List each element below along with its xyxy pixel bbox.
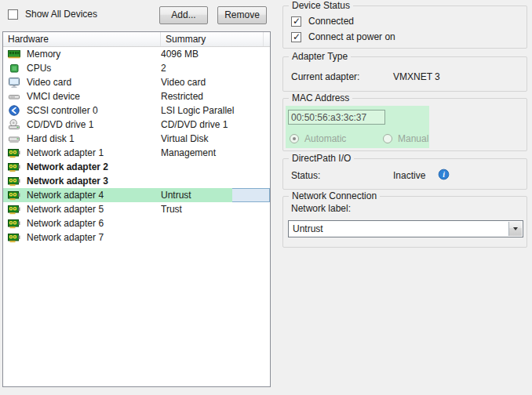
hardware-summary: Trust — [161, 204, 270, 215]
dropdown-button[interactable] — [508, 222, 522, 236]
show-all-devices-checkbox[interactable] — [8, 9, 18, 20]
mac-manual-option: Manual — [383, 133, 428, 144]
add-button[interactable]: Add... — [159, 6, 208, 24]
hardware-summary: LSI Logic Parallel — [161, 105, 270, 116]
remove-button[interactable]: Remove — [217, 6, 267, 24]
hardware-rows: Memory4096 MBCPUs2Video cardVideo cardVM… — [3, 47, 270, 245]
table-row[interactable]: VMCI deviceRestricted — [3, 89, 270, 103]
device-status-group: Device Status Connected Connect at power… — [282, 5, 527, 49]
hardware-list-header: Hardware Summary — [3, 32, 270, 47]
hardware-name: Video card — [27, 77, 161, 88]
hardware-name: Network adapter 6 — [27, 218, 161, 229]
hardware-summary: 4096 MB — [161, 49, 270, 60]
table-row[interactable]: Network adapter 2 — [3, 160, 270, 174]
cd-dvd-drive-icon — [8, 118, 20, 131]
hardware-name: Network adapter 5 — [27, 204, 161, 215]
hardware-name: Network adapter 4 — [27, 190, 161, 201]
mac-manual-label: Manual — [398, 133, 428, 144]
network-label-caption: Network label: — [291, 203, 351, 214]
directpath-io-title: DirectPath I/O — [289, 153, 354, 164]
connect-at-power-on-checkbox[interactable] — [291, 32, 301, 42]
network-adapter-icon — [8, 217, 20, 230]
mac-automatic-radio — [290, 134, 299, 143]
connected-checkbox[interactable] — [291, 16, 301, 27]
hardware-name: Network adapter 7 — [27, 232, 161, 243]
network-adapter-icon — [8, 203, 20, 216]
svg-text:i: i — [443, 170, 445, 179]
column-header-summary[interactable]: Summary — [161, 32, 264, 46]
hard-disk-icon — [8, 132, 20, 145]
connect-at-power-on-option[interactable]: Connect at power on — [291, 31, 395, 42]
network-adapter-icon — [8, 175, 20, 187]
table-row[interactable]: Network adapter 3 — [3, 174, 270, 188]
table-row[interactable]: Network adapter 6 — [3, 216, 270, 230]
table-row[interactable]: CD/DVD drive 1CD/DVD drive 1 — [3, 118, 270, 132]
hardware-summary: 2 — [161, 63, 270, 74]
directpath-status-label: Status: — [291, 170, 320, 181]
mac-address-group: MAC Address Automatic Manual — [282, 98, 527, 151]
hardware-list: Hardware Summary Memory4096 MBCPUs2Video… — [2, 31, 271, 387]
hardware-name: VMCI device — [27, 91, 161, 102]
network-label-dropdown[interactable]: Untrust — [288, 220, 523, 237]
network-adapter-icon — [8, 189, 20, 201]
table-row[interactable]: Network adapter 7 — [3, 230, 270, 245]
network-connection-title: Network Connection — [289, 190, 380, 201]
hardware-summary: Virtual Disk — [161, 133, 270, 144]
directpath-io-group: DirectPath I/O Status: Inactive i — [282, 158, 527, 190]
hardware-summary: CD/DVD drive 1 — [161, 119, 270, 130]
mac-address-field — [288, 110, 385, 125]
hardware-summary: Management — [161, 147, 270, 158]
network-adapter-icon — [8, 147, 20, 159]
adapter-type-title: Adapter Type — [289, 51, 351, 62]
connected-label: Connected — [308, 16, 354, 27]
hardware-summary: Untrust — [161, 190, 270, 201]
hardware-name: SCSI controller 0 — [27, 105, 161, 116]
show-all-devices-label: Show All Devices — [25, 9, 97, 20]
hardware-name: Memory — [27, 49, 161, 60]
directpath-status-value: Inactive — [393, 170, 425, 181]
table-row[interactable]: Network adapter 1Management — [3, 146, 270, 160]
scsi-controller-icon — [8, 104, 20, 117]
adapter-type-group: Adapter Type Current adapter: VMXNET 3 — [282, 56, 527, 92]
column-header-spacer — [264, 32, 270, 46]
info-icon[interactable]: i — [438, 169, 450, 180]
chevron-down-icon — [513, 227, 518, 230]
show-all-devices-row: Show All Devices — [8, 9, 97, 20]
column-header-hardware[interactable]: Hardware — [3, 32, 161, 46]
mac-address-title: MAC Address — [289, 92, 352, 103]
vm-properties-hardware-panel: Show All Devices Add... Remove Hardware … — [0, 0, 532, 395]
connected-option[interactable]: Connected — [291, 16, 354, 27]
table-row[interactable]: Network adapter 5Trust — [3, 202, 270, 216]
device-status-title: Device Status — [289, 0, 353, 11]
cpu-icon — [8, 62, 20, 74]
vmci-device-icon — [8, 90, 20, 103]
video-card-icon — [8, 76, 20, 89]
table-row[interactable]: Memory4096 MB — [3, 47, 270, 61]
network-adapter-icon — [8, 231, 20, 244]
hardware-name: Network adapter 1 — [27, 147, 161, 158]
network-connection-group: Network Connection Network label: Untrus… — [282, 196, 527, 248]
mac-automatic-label: Automatic — [304, 133, 346, 144]
mac-automatic-option: Automatic — [290, 133, 346, 144]
hardware-name: Network adapter 2 — [27, 161, 161, 172]
current-adapter-value: VMXNET 3 — [393, 71, 440, 82]
hardware-name: CD/DVD drive 1 — [27, 119, 161, 130]
hardware-name: CPUs — [27, 63, 161, 74]
hardware-summary: Restricted — [161, 91, 270, 102]
table-row[interactable]: Video cardVideo card — [3, 75, 270, 89]
hardware-name: Network adapter 3 — [27, 176, 161, 187]
table-row[interactable]: SCSI controller 0LSI Logic Parallel — [3, 103, 270, 118]
table-row[interactable]: CPUs2 — [3, 61, 270, 75]
memory-icon — [8, 48, 20, 60]
table-row[interactable]: Network adapter 4Untrust — [3, 188, 270, 202]
network-label-selected-value: Untrust — [293, 223, 323, 234]
hardware-summary: Video card — [161, 77, 270, 88]
network-adapter-icon — [8, 161, 20, 173]
hardware-name: Hard disk 1 — [27, 133, 161, 144]
table-row[interactable]: Hard disk 1Virtual Disk — [3, 132, 270, 146]
mac-manual-radio — [383, 134, 392, 143]
connect-at-power-on-label: Connect at power on — [308, 31, 395, 42]
current-adapter-label: Current adapter: — [291, 71, 359, 82]
